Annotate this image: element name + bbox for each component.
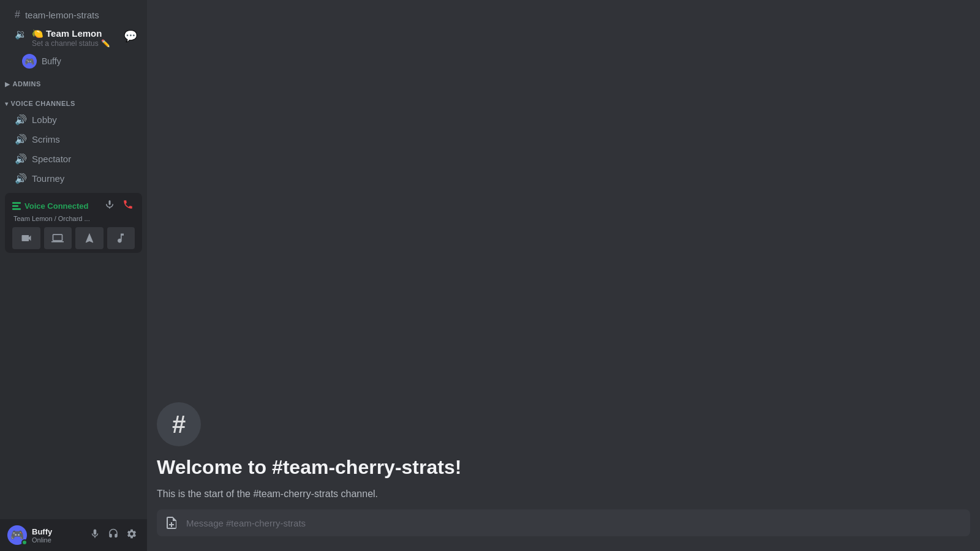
voice-channel-spectator[interactable]: 🔊 Spectator [5, 149, 142, 168]
buffy-avatar-icon: 🎮 [24, 57, 34, 66]
chevron-down-icon: ▾ [5, 100, 9, 107]
chevron-right-icon: ▶ [5, 81, 10, 88]
buffy-name: Buffy [42, 56, 61, 66]
screen-share-button[interactable] [44, 227, 72, 249]
channel-item-team-lemon-strats[interactable]: # team-lemon-strats [5, 6, 142, 24]
camera-button[interactable] [12, 227, 40, 249]
tourney-channel-name: Tourney [32, 173, 64, 184]
scrims-channel-name: Scrims [32, 134, 60, 144]
voice-action-buttons [12, 227, 135, 249]
pencil-icon: ✏️ [101, 39, 110, 48]
messages-area: # Welcome to #team-cherry-strats! This i… [147, 0, 980, 509]
add-attachment-button[interactable] [162, 513, 181, 533]
team-lemon-status: Set a channel status ✏️ [32, 39, 119, 48]
speaker-icon-scrims: 🔊 [15, 133, 27, 145]
speaker-icon-tourney: 🔊 [15, 173, 27, 184]
signal-bars-icon [12, 202, 21, 210]
lobby-channel-name: Lobby [32, 114, 57, 125]
voice-connected-status-row: Voice Connected [12, 198, 135, 214]
channel-hash-icon: # [157, 402, 201, 446]
sidebar-content: # team-lemon-strats 🔉 🍋Team Lemon Set a … [0, 0, 147, 519]
section-admins[interactable]: ▶ ADMINS [0, 70, 147, 90]
sidebar: # team-lemon-strats 🔉 🍋Team Lemon Set a … [0, 0, 147, 551]
voice-channels-label: VOICE CHANNELS [11, 100, 75, 107]
welcome-title: Welcome to #team-cherry-strats! [157, 456, 970, 479]
message-input[interactable] [186, 512, 960, 534]
user-status-text: Online [32, 536, 82, 544]
message-input-wrap [157, 509, 970, 536]
activity-button[interactable] [75, 227, 104, 249]
disconnect-voice-button[interactable] [121, 198, 135, 214]
soundboard-button[interactable] [107, 227, 135, 249]
voice-connected-bar: Voice Connected Team Lemon / Orchard ... [5, 193, 142, 253]
volume-icon: 🔉 [15, 28, 27, 40]
headphones-button[interactable] [105, 526, 121, 544]
channel-name-team-lemon-strats: team-lemon-strats [25, 10, 99, 20]
voice-location: Team Lemon / Orchard ... [13, 215, 135, 222]
buffy-avatar: 🎮 [22, 54, 37, 69]
section-voice-channels[interactable]: ▾ VOICE CHANNELS [0, 90, 147, 110]
mute-voice-button[interactable] [103, 198, 116, 214]
spectator-channel-name: Spectator [32, 154, 71, 164]
team-lemon-voice-channel[interactable]: 🔉 🍋Team Lemon Set a channel status ✏️ 💬 [5, 24, 142, 51]
main-content: # Welcome to #team-cherry-strats! This i… [147, 0, 980, 551]
voice-channel-tourney[interactable]: 🔊 Tourney [5, 169, 142, 188]
username: Buffy [32, 527, 82, 536]
microphone-button[interactable] [87, 526, 103, 544]
user-area: 🎮 Buffy Online [0, 519, 147, 551]
speaker-icon-lobby: 🔊 [15, 114, 27, 126]
team-lemon-name: 🍋Team Lemon [32, 28, 119, 39]
team-lemon-emoji: 🍋 [32, 28, 43, 39]
voice-member-buffy[interactable]: 🎮 Buffy [0, 52, 147, 70]
voice-channel-scrims[interactable]: 🔊 Scrims [5, 130, 142, 149]
hash-icon: # [15, 9, 20, 20]
user-status-dot [21, 539, 28, 545]
chat-icon: 💬 [124, 29, 137, 43]
team-lemon-info: 🍋Team Lemon Set a channel status ✏️ [32, 28, 119, 48]
user-controls [87, 526, 140, 544]
voice-connected-text: Voice Connected [12, 201, 89, 211]
welcome-section: # Welcome to #team-cherry-strats! This i… [157, 402, 970, 509]
voice-channel-lobby[interactable]: 🔊 Lobby [5, 110, 142, 129]
user-avatar-wrap: 🎮 [7, 525, 27, 545]
user-info: Buffy Online [32, 527, 82, 544]
settings-button[interactable] [124, 526, 140, 544]
welcome-description: This is the start of the #team-cherry-st… [157, 489, 970, 500]
speaker-icon-spectator: 🔊 [15, 153, 27, 165]
admins-label: ADMINS [13, 80, 41, 88]
voice-control-icons [103, 198, 135, 214]
message-input-area [147, 509, 980, 551]
voice-connected-label: Voice Connected [24, 201, 89, 211]
